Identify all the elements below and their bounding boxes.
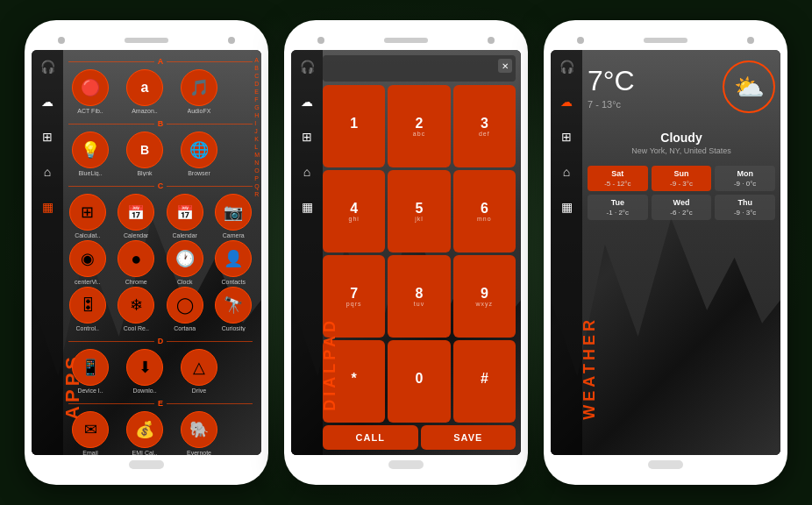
- nav-headphone-icon-3[interactable]: 🎧: [557, 57, 576, 76]
- weather-icon: ⛅: [723, 60, 775, 113]
- app-bluelight[interactable]: 💡 BlueLig..: [65, 132, 116, 176]
- nav-headphone-icon-2[interactable]: 🎧: [297, 57, 317, 76]
- app-drive[interactable]: △ Drive: [174, 349, 224, 394]
- apps-row-c2: ◉ centerVi.. ● Chrome 🕐 Clock 👤 Contacts: [65, 240, 256, 285]
- apps-row-a: 🔴 ACT Fib.. a Amazon.. 🎵 AudioFX: [65, 69, 256, 114]
- dial-key-1[interactable]: 1: [323, 85, 385, 167]
- app-camera[interactable]: 📷 Camera: [211, 194, 257, 238]
- phone-bottom-3: [551, 455, 780, 474]
- dial-key-8[interactable]: 8 tuv: [388, 255, 450, 338]
- app-calendar2[interactable]: 📅 Calendar: [162, 194, 208, 238]
- front-camera-left: [58, 37, 65, 44]
- dialpad-screen: 🎧 ☁ ⊞ ⌂ ▦ DIALPAD ✕ 1 2 abc: [291, 50, 521, 455]
- save-button[interactable]: SAVE: [421, 425, 516, 450]
- app-centerview[interactable]: ◉ centerVi..: [65, 240, 110, 285]
- nav-cloud-icon-3[interactable]: ☁: [557, 92, 576, 111]
- app-icon-calendar1: 📅: [118, 194, 154, 231]
- nav-home-icon-2[interactable]: ⌂: [297, 162, 317, 181]
- dial-key-hash[interactable]: #: [453, 340, 516, 423]
- weather-day-sat-temp: -5 - 12°c: [589, 180, 646, 188]
- app-cortana[interactable]: ◯ Cortana: [162, 287, 208, 331]
- nav-sidebar-apps: 🎧 ☁ ⊞ ⌂ ▦: [32, 50, 63, 455]
- weather-temperature: 7°C: [588, 65, 635, 97]
- home-button-2[interactable]: [388, 460, 424, 469]
- front-camera-left-3: [577, 37, 584, 44]
- app-icon-actfib: 🔴: [72, 69, 109, 106]
- dial-key-2[interactable]: 2 abc: [388, 85, 450, 167]
- app-control[interactable]: 🎛 Control..: [65, 287, 110, 331]
- app-icon-calendar2: 📅: [167, 194, 203, 231]
- dial-key-3[interactable]: 3 def: [453, 85, 516, 167]
- app-email[interactable]: ✉ Email: [65, 411, 116, 455]
- app-evernote[interactable]: 🐘 Evernote: [174, 411, 224, 455]
- app-name-clock: Clock: [177, 279, 193, 285]
- dialpad-close-button[interactable]: ✕: [498, 59, 512, 73]
- app-chrome[interactable]: ● Chrome: [114, 240, 160, 285]
- nav-grid-icon-2[interactable]: ⊞: [297, 127, 317, 146]
- app-actfib[interactable]: 🔴 ACT Fib..: [65, 69, 116, 114]
- app-icon-downloads: ⬇: [126, 349, 163, 386]
- front-camera-left-2: [317, 37, 324, 44]
- app-amazon[interactable]: a Amazon..: [119, 69, 170, 114]
- section-a: A: [65, 55, 256, 68]
- nav-apps-icon-2[interactable]: ▦: [297, 197, 317, 217]
- apps-screen: 🎧 ☁ ⊞ ⌂ ▦ APPS A B C D E F G H I J K L: [32, 50, 261, 455]
- phone-weather: 🎧 ☁ ⊞ ⌂ ▦ WEATHER 7°C 7 - 13°c ⛅ Cloudy …: [544, 20, 787, 485]
- app-name-centerview: centerVi..: [75, 279, 100, 285]
- weather-location: New York, NY, United States: [588, 146, 775, 155]
- weather-day-thu-temp: -9 · 3°c: [716, 209, 773, 217]
- nav-cloud-icon[interactable]: ☁: [38, 92, 57, 111]
- app-name-evernote: Evernote: [187, 450, 211, 455]
- app-blynk[interactable]: B Blynk: [119, 132, 170, 176]
- call-button[interactable]: CALL: [323, 425, 418, 450]
- app-calculator[interactable]: ⊞ Calculat..: [65, 194, 110, 238]
- app-curiosity[interactable]: 🔭 Curiosity: [211, 287, 257, 331]
- nav-cloud-icon-2[interactable]: ☁: [297, 92, 317, 111]
- app-icon-cortana: ◯: [167, 287, 203, 324]
- nav-sidebar-weather: 🎧 ☁ ⊞ ⌂ ▦: [551, 50, 582, 455]
- apps-row-c3: 🎛 Control.. ❄ Cool Re.. ◯ Cortana 🔭 Curi…: [65, 287, 256, 331]
- app-icon-email: ✉: [72, 411, 109, 448]
- app-downloads[interactable]: ⬇ Downlo..: [119, 349, 170, 394]
- weather-main: 7°C 7 - 13°c ⛅: [588, 57, 775, 117]
- dial-key-6[interactable]: 6 mno: [453, 170, 516, 252]
- app-browser[interactable]: 🌐 Browser: [174, 132, 224, 176]
- nav-apps-icon[interactable]: ▦: [38, 197, 57, 217]
- nav-home-icon[interactable]: ⌂: [38, 162, 57, 181]
- weather-day-mon-temp: -9 · 0°c: [716, 180, 773, 188]
- dial-actions: CALL SAVE: [323, 425, 516, 450]
- dial-key-0[interactable]: 0: [388, 340, 450, 423]
- nav-grid-icon-3[interactable]: ⊞: [557, 127, 576, 146]
- front-camera-right: [228, 37, 235, 44]
- app-icon-chrome: ●: [118, 240, 154, 277]
- app-deviceinfo[interactable]: 📱 Device I..: [65, 349, 116, 394]
- app-clock[interactable]: 🕐 Clock: [162, 240, 208, 285]
- app-calendar1[interactable]: 📅 Calendar: [114, 194, 160, 238]
- app-name-curiosity: Curiosity: [222, 325, 246, 331]
- app-coolre[interactable]: ❄ Cool Re..: [114, 287, 160, 331]
- weather-temp-block: 7°C 7 - 13°c: [588, 65, 635, 110]
- apps-content: APPS A B C D E F G H I J K L M N O P Q R: [63, 50, 261, 455]
- dial-key-9[interactable]: 9 wxyz: [453, 255, 516, 338]
- app-name-audiofx: AudioFX: [188, 108, 211, 114]
- app-name-blynk: Blynk: [137, 170, 152, 176]
- apps-row-e: ✉ Email 💰 EMI Cal.. 🐘 Evernote: [65, 411, 256, 455]
- app-name-calendar1: Calendar: [124, 232, 148, 238]
- app-icon-contacts: 👤: [215, 240, 252, 277]
- app-emical[interactable]: 💰 EMI Cal..: [119, 411, 170, 455]
- nav-home-icon-3[interactable]: ⌂: [557, 162, 576, 181]
- weather-day-sat-name: Sat: [589, 169, 646, 178]
- apps-row-b: 💡 BlueLig.. B Blynk 🌐 Browser: [65, 132, 256, 176]
- section-e: E: [65, 397, 256, 409]
- home-button-1[interactable]: [129, 460, 164, 469]
- app-icon-bluelight: 💡: [72, 132, 109, 168]
- dial-key-5[interactable]: 5 jkl: [388, 170, 450, 252]
- app-contacts[interactable]: 👤 Contacts: [211, 240, 257, 285]
- nav-grid-icon[interactable]: ⊞: [38, 127, 57, 146]
- nav-headphone-icon[interactable]: 🎧: [38, 57, 57, 76]
- speaker-2: [384, 38, 428, 43]
- dial-key-4[interactable]: 4 ghi: [323, 170, 385, 252]
- app-audiofx[interactable]: 🎵 AudioFX: [174, 69, 224, 114]
- nav-apps-icon-3[interactable]: ▦: [557, 197, 576, 217]
- home-button-3[interactable]: [648, 460, 683, 469]
